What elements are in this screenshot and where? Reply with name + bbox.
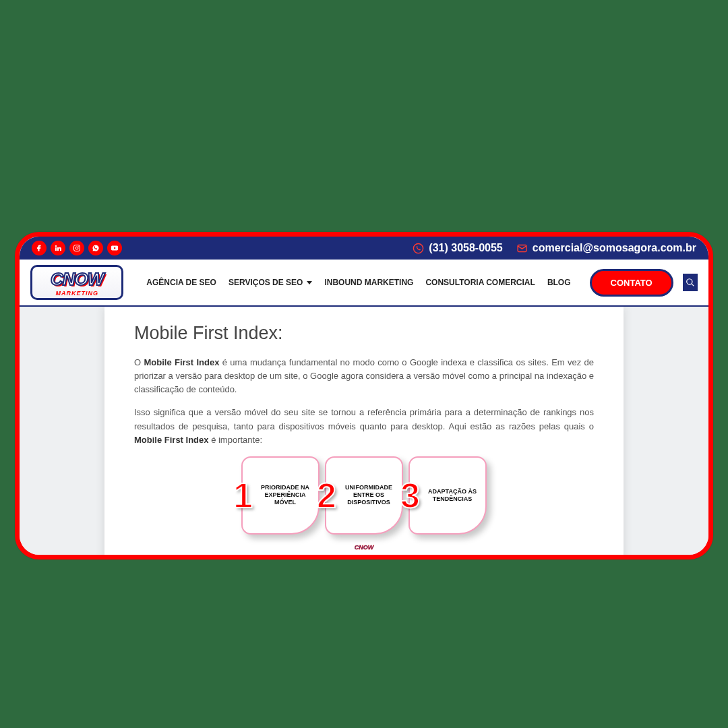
phone-icon [413, 243, 424, 254]
paragraph-1: O Mobile First Index é uma mudança funda… [134, 356, 594, 396]
step-3-label: ADAPTAÇÃO ÀS TENDÊNCIAS [426, 488, 479, 504]
p2-rest: é importante: [209, 435, 263, 445]
p2-bold: Mobile First Index [134, 435, 209, 445]
whatsapp-icon[interactable] [88, 241, 103, 255]
main-nav: AGÊNCIA DE SEO SERVIÇOS DE SEO INBOUND M… [146, 278, 570, 287]
steps-row: 1 PRIORIDADE NA EXPERIÊNCIA MÓVEL 2 UNIF… [134, 456, 594, 535]
content-area: Mobile First Index: O Mobile First Index… [20, 307, 708, 557]
logo-main: CNOW [51, 269, 103, 290]
contato-button[interactable]: CONTATO [590, 269, 673, 297]
content-card: Mobile First Index: O Mobile First Index… [104, 307, 624, 557]
paragraph-2: Isso significa que a versão móvel do seu… [134, 406, 594, 446]
p2-pre: Isso significa que a versão móvel do seu… [134, 407, 594, 431]
app-frame: (31) 3058-0055 comercial@somosagora.com.… [15, 232, 713, 559]
step-1-label: PRIORIDADE NA EXPERIÊNCIA MÓVEL [259, 484, 311, 507]
svg-point-1 [75, 247, 78, 249]
topbar-contacts: (31) 3058-0055 comercial@somosagora.com.… [413, 242, 696, 254]
mini-logo: CNOW [345, 544, 383, 551]
logo-sub: MARKETING [55, 290, 98, 297]
youtube-icon[interactable] [107, 241, 122, 255]
email-link[interactable]: comercial@somosagora.com.br [516, 242, 696, 254]
search-button[interactable] [683, 274, 698, 291]
mail-icon [516, 243, 528, 254]
p1-pre: O [134, 357, 144, 367]
step-2-number: 2 [317, 475, 336, 516]
logo[interactable]: CNOW MARKETING [30, 265, 123, 300]
svg-point-2 [78, 246, 79, 247]
search-icon [686, 278, 695, 287]
nav-agencia[interactable]: AGÊNCIA DE SEO [146, 278, 216, 287]
p1-bold: Mobile First Index [144, 357, 219, 367]
topbar: (31) 3058-0055 comercial@somosagora.com.… [20, 237, 708, 260]
step-3-number: 3 [400, 475, 420, 516]
step-1-number: 1 [233, 475, 253, 516]
svg-point-3 [414, 243, 423, 253]
facebook-icon[interactable] [32, 241, 47, 255]
phone-text: (31) 3058-0055 [429, 242, 502, 254]
social-row [32, 241, 122, 255]
nav-servicos[interactable]: SERVIÇOS DE SEO [229, 278, 312, 287]
instagram-icon[interactable] [69, 241, 84, 255]
email-text: comercial@somosagora.com.br [533, 242, 696, 254]
linkedin-icon[interactable] [51, 241, 65, 255]
step-3: 3 ADAPTAÇÃO ÀS TENDÊNCIAS [408, 456, 487, 535]
nav-inbound[interactable]: INBOUND MARKETING [324, 278, 413, 287]
step-2-label: UNIFORMIDADE ENTRE OS DISPOSITIVOS [342, 484, 395, 507]
nav-row: CNOW MARKETING AGÊNCIA DE SEO SERVIÇOS D… [20, 260, 708, 307]
nav-blog[interactable]: BLOG [547, 278, 571, 287]
nav-consultoria[interactable]: CONSULTORIA COMERCIAL [425, 278, 535, 287]
step-1: 1 PRIORIDADE NA EXPERIÊNCIA MÓVEL [241, 456, 320, 535]
page-title: Mobile First Index: [134, 323, 594, 344]
step-2: 2 UNIFORMIDADE ENTRE OS DISPOSITIVOS [325, 456, 403, 535]
phone-link[interactable]: (31) 3058-0055 [413, 242, 502, 254]
